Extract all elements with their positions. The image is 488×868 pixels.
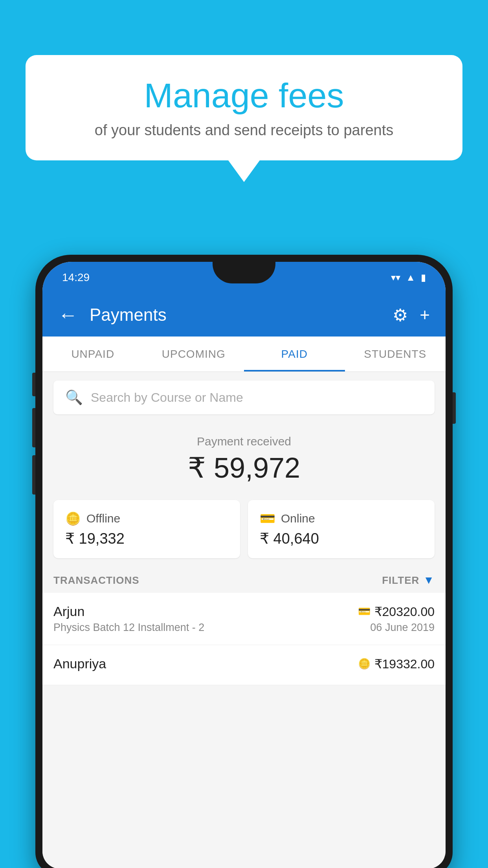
settings-button[interactable]: ⚙ bbox=[393, 305, 408, 325]
online-payment-card: 💳 Online ₹ 40,640 bbox=[248, 500, 435, 558]
add-button[interactable]: + bbox=[420, 305, 430, 325]
offline-payment-card: 🪙 Offline ₹ 19,332 bbox=[53, 500, 240, 558]
volume-down-button bbox=[32, 408, 35, 447]
signal-icon: ▲ bbox=[406, 272, 415, 283]
search-bar[interactable]: 🔍 Search by Course or Name bbox=[53, 381, 435, 414]
transaction-amount-container: 💳 ₹20320.00 bbox=[358, 604, 435, 619]
filter-button[interactable]: FILTER ▼ bbox=[382, 574, 435, 587]
transaction-row-top: Arjun 💳 ₹20320.00 bbox=[53, 604, 435, 619]
transaction-row-bottom: Physics Batch 12 Installment - 2 06 June… bbox=[53, 622, 435, 634]
online-amount: ₹ 40,640 bbox=[260, 530, 423, 547]
transaction-amount-container: 🪙 ₹19332.00 bbox=[358, 657, 435, 671]
table-row[interactable]: Arjun 💳 ₹20320.00 Physics Batch 12 Insta… bbox=[42, 593, 446, 645]
notch bbox=[213, 262, 275, 283]
online-card-header: 💳 Online bbox=[260, 511, 423, 526]
offline-card-header: 🪙 Offline bbox=[65, 511, 228, 526]
status-time: 14:29 bbox=[62, 271, 90, 284]
tab-unpaid[interactable]: UNPAID bbox=[42, 337, 143, 371]
payment-cards: 🪙 Offline ₹ 19,332 💳 Online ₹ 40,640 bbox=[53, 500, 435, 558]
payment-summary: Payment received ₹ 59,972 bbox=[42, 423, 446, 492]
search-input[interactable]: Search by Course or Name bbox=[91, 390, 243, 405]
transaction-detail: Physics Batch 12 Installment - 2 bbox=[53, 622, 204, 634]
status-icons: ▾▾ ▲ ▮ bbox=[391, 272, 426, 283]
table-row[interactable]: Anupriya 🪙 ₹19332.00 bbox=[42, 645, 446, 685]
transaction-row-top: Anupriya 🪙 ₹19332.00 bbox=[53, 656, 435, 671]
back-button[interactable]: ← bbox=[58, 303, 78, 326]
payment-amount: ₹ 59,972 bbox=[42, 451, 446, 484]
payment-received-label: Payment received bbox=[42, 435, 446, 448]
battery-icon: ▮ bbox=[421, 272, 426, 283]
transactions-header: TRANSACTIONS FILTER ▼ bbox=[42, 566, 446, 593]
bubble-arrow bbox=[228, 160, 260, 182]
tab-paid[interactable]: PAID bbox=[244, 337, 345, 371]
payment-type-icon: 🪙 bbox=[358, 658, 371, 670]
status-bar: 14:29 ▾▾ ▲ ▮ bbox=[42, 262, 446, 293]
transactions-label: TRANSACTIONS bbox=[53, 574, 139, 587]
speech-bubble-section: Manage fees of your students and send re… bbox=[26, 55, 462, 182]
online-icon: 💳 bbox=[260, 511, 275, 526]
phone-screen: 14:29 ▾▾ ▲ ▮ ← Payments ⚙ + UNPAID UPCOM… bbox=[42, 262, 446, 868]
offline-label: Offline bbox=[86, 512, 120, 525]
transaction-amount: ₹19332.00 bbox=[374, 657, 435, 671]
transaction-name: Arjun bbox=[53, 604, 84, 619]
power-button bbox=[453, 392, 456, 424]
bubble-subtitle: of your students and send receipts to pa… bbox=[49, 122, 439, 139]
transaction-name: Anupriya bbox=[53, 656, 106, 671]
transaction-amount: ₹20320.00 bbox=[374, 604, 435, 619]
wifi-icon: ▾▾ bbox=[391, 272, 400, 283]
speech-bubble: Manage fees of your students and send re… bbox=[26, 55, 462, 160]
tab-upcoming[interactable]: UPCOMING bbox=[143, 337, 244, 371]
volume-up-button bbox=[32, 373, 35, 396]
phone-frame: 14:29 ▾▾ ▲ ▮ ← Payments ⚙ + UNPAID UPCOM… bbox=[35, 255, 453, 868]
filter-icon: ▼ bbox=[423, 574, 435, 587]
offline-amount: ₹ 19,332 bbox=[65, 530, 228, 547]
transaction-date: 06 June 2019 bbox=[370, 622, 435, 634]
silent-button bbox=[32, 455, 35, 495]
bubble-title: Manage fees bbox=[49, 77, 439, 115]
app-title: Payments bbox=[90, 305, 393, 325]
content-area: 🔍 Search by Course or Name Payment recei… bbox=[42, 372, 446, 868]
tabs-bar: UNPAID UPCOMING PAID STUDENTS bbox=[42, 337, 446, 372]
search-icon: 🔍 bbox=[65, 389, 83, 406]
app-bar-actions: ⚙ + bbox=[393, 305, 430, 325]
app-bar: ← Payments ⚙ + bbox=[42, 293, 446, 337]
online-label: Online bbox=[281, 512, 315, 525]
filter-label: FILTER bbox=[382, 574, 419, 587]
transaction-list: Arjun 💳 ₹20320.00 Physics Batch 12 Insta… bbox=[42, 593, 446, 685]
offline-icon: 🪙 bbox=[65, 511, 81, 526]
tab-students[interactable]: STUDENTS bbox=[345, 337, 446, 371]
payment-type-icon: 💳 bbox=[358, 605, 371, 618]
